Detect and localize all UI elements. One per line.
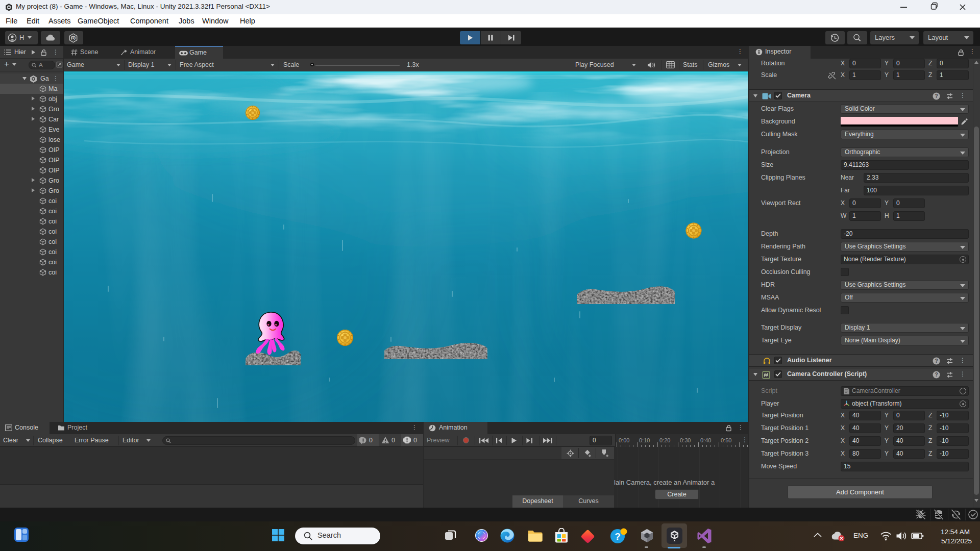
svg-text:?: ? [935, 358, 938, 364]
svg-text:?: ? [935, 93, 938, 99]
svg-text:D: D [71, 36, 75, 41]
svg-text:?: ? [615, 531, 621, 542]
svg-text:?: ? [935, 372, 938, 378]
